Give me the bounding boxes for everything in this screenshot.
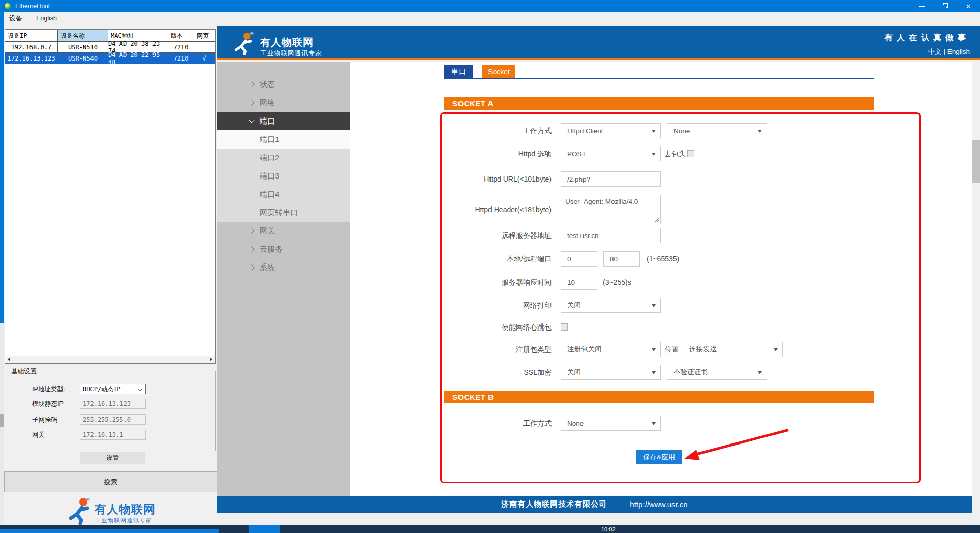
web-header [217, 26, 980, 60]
usr-logo-subtitle: 工业物联网通讯专家 [95, 517, 152, 524]
basic-settings-title: 基础设置 [9, 367, 39, 376]
net-print-select[interactable]: 关闭 [561, 298, 661, 313]
footer-url[interactable]: http://www.usr.cn [630, 500, 687, 509]
httpd-url-label: Httpd URL(<101byte) [442, 171, 552, 187]
sidebar-item-web-to-serial[interactable]: 网页转串口 [217, 203, 350, 222]
left-scrollbar-thumb[interactable] [0, 414, 4, 427]
menu-device[interactable]: 设备 [4, 14, 27, 23]
work-mode-select[interactable]: Httpd Client [561, 123, 661, 138]
restore-button[interactable] [933, 0, 957, 12]
tab-socket-active[interactable]: Socket [482, 65, 515, 78]
col-header-version[interactable]: 版本 [168, 30, 194, 42]
sidebar-label: 网页转串口 [260, 203, 298, 222]
chevron-right-icon [249, 81, 254, 87]
cell-web-check: √ [194, 53, 215, 64]
window-title: EthernetTool [15, 3, 49, 10]
strip-header-label: 去包头 [664, 146, 686, 161]
dropdown-arrow-icon [652, 348, 656, 351]
reg-position-select[interactable]: 连接发送 [683, 342, 783, 357]
static-ip-field[interactable]: 172.16.13.123 [80, 399, 146, 409]
sidebar-item-port2[interactable]: 端口2 [217, 149, 350, 167]
socket-a-banner: SOCKET A [444, 97, 874, 110]
work-mode-b-select[interactable]: None [561, 416, 661, 431]
minimize-button[interactable] [910, 0, 933, 12]
httpd-option-select[interactable]: POST [561, 146, 661, 161]
sidebar-item-port1-active[interactable]: 端口1 [217, 130, 350, 149]
ssl-select[interactable]: 关闭 [561, 365, 661, 380]
title-bar: EthernetTool ✕ [0, 0, 980, 12]
net-print-value: 关闭 [567, 301, 581, 310]
cell-ip: 192.168.0.7 [5, 42, 58, 53]
device-table: 设备IP 设备名称 MAC地址 版本 网页 192.168.0.7 USR-N5… [5, 29, 216, 364]
local-port-input[interactable]: 0 [561, 251, 597, 266]
static-ip-label: 模块静态IP [32, 399, 64, 409]
chevron-down-icon [138, 387, 142, 391]
dropdown-arrow-icon [652, 422, 656, 425]
sidebar-label: 端口2 [260, 149, 279, 167]
registered-mark: ® [86, 497, 90, 502]
taskbar-active-app[interactable] [249, 525, 280, 533]
search-button[interactable]: 搜索 [4, 471, 217, 492]
menu-bar: 设备 English [0, 12, 980, 24]
device-row-2-selected[interactable]: 172.16.13.123 USR-N540 D4 AD 20 22 95 48… [5, 53, 215, 64]
sidebar-item-cloud[interactable]: 云服务 [217, 240, 350, 258]
httpd-url-input[interactable]: /2.php? [561, 171, 661, 187]
dropdown-arrow-icon [758, 371, 762, 374]
col-header-ip[interactable]: 设备IP [5, 30, 58, 42]
chevron-right-icon [249, 246, 254, 252]
col-header-web[interactable]: 网页 [194, 30, 215, 42]
sidebar-item-port-expanded[interactable]: 端口 [217, 112, 350, 130]
response-time-label: 服务器响应时间 [442, 275, 552, 290]
remote-port-input[interactable]: 80 [603, 251, 640, 266]
remote-port-value: 80 [610, 255, 618, 263]
ssl-cert-select[interactable]: 不验证证书 [667, 365, 767, 380]
language-switch[interactable]: 中文 | English [928, 47, 970, 56]
dropdown-arrow-icon [652, 153, 656, 156]
subnet-mask-field[interactable]: 255.255.255.0 [80, 414, 146, 425]
dropdown-arrow-icon [652, 304, 656, 307]
app-icon [4, 3, 11, 10]
sidebar-item-gateway[interactable]: 网关 [217, 222, 350, 240]
heartbeat-checkbox[interactable] [561, 323, 568, 331]
ports-label: 本地/远程端口 [442, 251, 552, 266]
content-scrollbar-track[interactable] [972, 62, 980, 496]
menu-english[interactable]: English [31, 15, 62, 22]
sidebar-item-port4[interactable]: 端口4 [217, 185, 350, 203]
work-mode-select-2[interactable]: None [667, 123, 767, 138]
remote-server-input[interactable]: test.usr.cn [561, 228, 661, 243]
gateway-field[interactable]: 172.16.13.1 [80, 430, 146, 440]
taskbar-clock: 10:02 [601, 526, 616, 532]
tab-serial[interactable]: 串口 [444, 65, 473, 78]
table-horizontal-scrollbar[interactable] [6, 356, 215, 363]
scroll-left-icon[interactable] [8, 357, 10, 361]
usr-logo-title: 有人物联网 [95, 501, 156, 517]
col-header-name[interactable]: 设备名称 [58, 30, 108, 42]
sidebar-item-status[interactable]: 状态 [217, 75, 350, 94]
taskbar-accent-left [0, 529, 219, 533]
save-apply-button[interactable]: 保存&应用 [636, 450, 682, 464]
httpd-header-textarea[interactable]: User_Agent: Mozilla/4.0 [561, 195, 661, 224]
local-port-value: 0 [567, 255, 571, 263]
sidebar-item-network[interactable]: 网络 [217, 94, 350, 112]
sidebar-item-system[interactable]: 系统 [217, 258, 350, 277]
resize-handle-icon[interactable] [654, 218, 659, 223]
set-button[interactable]: 设置 [80, 452, 145, 464]
restore-icon-front [942, 5, 946, 9]
sidebar-item-port3[interactable]: 端口3 [217, 167, 350, 185]
net-print-label: 网络打印 [442, 298, 552, 313]
ip-type-select[interactable]: DHCP/动态IP [80, 384, 146, 394]
httpd-option-value: POST [567, 150, 586, 158]
response-time-input[interactable]: 10 [561, 275, 597, 290]
close-button[interactable]: ✕ [957, 0, 980, 12]
gateway-label: 网关 [32, 430, 45, 440]
minimize-icon [919, 6, 925, 7]
sidebar-label: 状态 [260, 75, 275, 94]
sidebar-label: 端口 [260, 112, 275, 130]
content-scrollbar-thumb[interactable] [972, 140, 980, 183]
sidebar-label: 系统 [260, 258, 275, 277]
scroll-right-icon[interactable] [210, 357, 212, 361]
ports-range-hint: (1~65535) [647, 251, 679, 266]
reg-packet-select[interactable]: 注册包关闭 [561, 342, 661, 357]
ssl-value: 关闭 [567, 368, 581, 377]
strip-header-checkbox[interactable] [687, 150, 694, 157]
